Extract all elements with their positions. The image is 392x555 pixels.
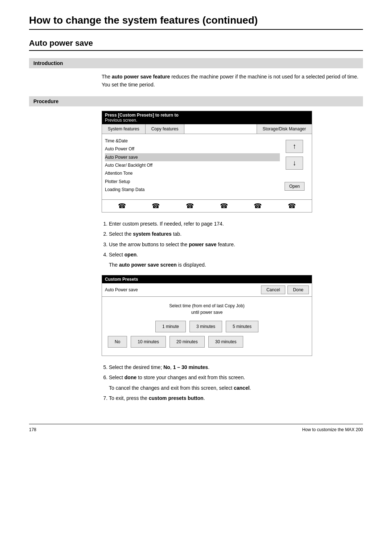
- ui-header-bold: Press [Custom Presets] to return to: [105, 113, 179, 118]
- icon-4: ☎: [220, 202, 228, 210]
- time-10-minutes[interactable]: 10 minutes: [131, 336, 166, 348]
- tab-copy-features[interactable]: Copy features: [146, 124, 185, 134]
- step-7: To exit, press the custom presets button…: [109, 394, 363, 402]
- ui-bottom-icons: ☎ ☎ ☎ ☎ ☎ ☎: [102, 199, 312, 212]
- ui-content: Time &Date Auto Power Off Auto Power sav…: [102, 134, 312, 199]
- time-20-minutes[interactable]: 20 minutes: [170, 336, 205, 348]
- ui-tabs: System features Copy features Storage/Di…: [102, 124, 312, 134]
- list-item-plotter-setup[interactable]: Plotter Setup: [105, 178, 280, 186]
- open-button[interactable]: Open: [285, 182, 305, 191]
- time-5-minutes[interactable]: 5 minutes: [226, 321, 258, 332]
- introduction-text: The auto power save feature reduces the …: [102, 73, 363, 89]
- page-footer: 178 How to customize the MAX 200: [29, 424, 363, 432]
- list-item-auto-power-off[interactable]: Auto Power Off: [105, 145, 280, 153]
- custom-desc: Select time (from end of last Copy Job) …: [108, 303, 306, 316]
- time-row-2: No 10 minutes 20 minutes 30 minutes: [108, 336, 306, 348]
- custom-presets-title: Auto Power save: [105, 287, 259, 292]
- ui-screenshot-box: Press [Custom Presets] to return to Prev…: [102, 111, 312, 212]
- list-item-time-date[interactable]: Time &Date: [105, 137, 280, 145]
- time-3-minutes[interactable]: 3 minutes: [189, 321, 222, 332]
- icon-1: ☎: [118, 202, 126, 210]
- list-item-attention-tone[interactable]: Attention Tone: [105, 169, 280, 177]
- custom-box-top: Auto Power save Cancel Done: [102, 283, 312, 297]
- no-button[interactable]: No: [108, 336, 127, 348]
- step-4-note: The auto power save screen is displayed.: [109, 261, 363, 269]
- icon-6: ☎: [288, 202, 296, 210]
- icon-5: ☎: [254, 202, 262, 210]
- step-5: Select the desired time; No, 1 – 30 minu…: [109, 363, 363, 371]
- step-1: Enter custom presets. If needed, refer t…: [109, 220, 363, 228]
- step-2: Select the system features tab.: [109, 230, 363, 238]
- custom-box-body: Select time (from end of last Copy Job) …: [102, 297, 312, 356]
- time-1-minute[interactable]: 1 minute: [155, 321, 186, 332]
- step-6-note: To cancel the changes and exit from this…: [109, 384, 363, 392]
- page-title: How to change the system features (conti…: [29, 15, 363, 30]
- section-subtitle: Auto power save: [29, 39, 363, 51]
- ui-header-normal: Previous screen.: [105, 118, 137, 123]
- arrow-up-button[interactable]: ↑: [286, 140, 303, 153]
- ui-box-header: Press [Custom Presets] to return to Prev…: [102, 111, 312, 124]
- list-item-loading-stamp[interactable]: Loading Stamp Data: [105, 186, 280, 194]
- ui-list: Time &Date Auto Power Off Auto Power sav…: [105, 137, 280, 197]
- step-3: Use the arrow buttons to select the powe…: [109, 240, 363, 248]
- ui-arrows: ↑ ↓: [286, 140, 303, 170]
- steps-list-1: Enter custom presets. If needed, refer t…: [102, 220, 363, 269]
- time-30-minutes[interactable]: 30 minutes: [208, 336, 244, 348]
- list-item-auto-power-save[interactable]: Auto Power save: [105, 153, 280, 161]
- icon-3: ☎: [186, 202, 194, 210]
- procedure-label: Procedure: [29, 96, 363, 106]
- footer-right-text: How to customize the MAX 200: [302, 427, 363, 432]
- cancel-button[interactable]: Cancel: [261, 285, 285, 294]
- intro-bold: auto power save feature: [112, 74, 170, 80]
- time-row-1: 1 minute 3 minutes 5 minutes: [108, 321, 306, 332]
- icon-2: ☎: [152, 202, 160, 210]
- footer-page-number: 178: [29, 427, 36, 432]
- tab-system-features[interactable]: System features: [102, 124, 146, 134]
- step-6: Select done to store your changes and ex…: [109, 373, 363, 381]
- custom-presets-box: Custom Presets Auto Power save Cancel Do…: [102, 275, 312, 356]
- step-4: Select open.: [109, 251, 363, 259]
- introduction-label: Introduction: [29, 58, 363, 68]
- arrow-down-button[interactable]: ↓: [286, 157, 303, 170]
- steps-list-2: Select the desired time; No, 1 – 30 minu…: [102, 363, 363, 402]
- list-item-auto-clear[interactable]: Auto Clear/ Backlight Off: [105, 161, 280, 169]
- done-button[interactable]: Done: [287, 285, 309, 294]
- tab-storage-disk[interactable]: Storage/Disk Manager: [257, 124, 312, 134]
- custom-presets-header: Custom Presets: [102, 275, 312, 283]
